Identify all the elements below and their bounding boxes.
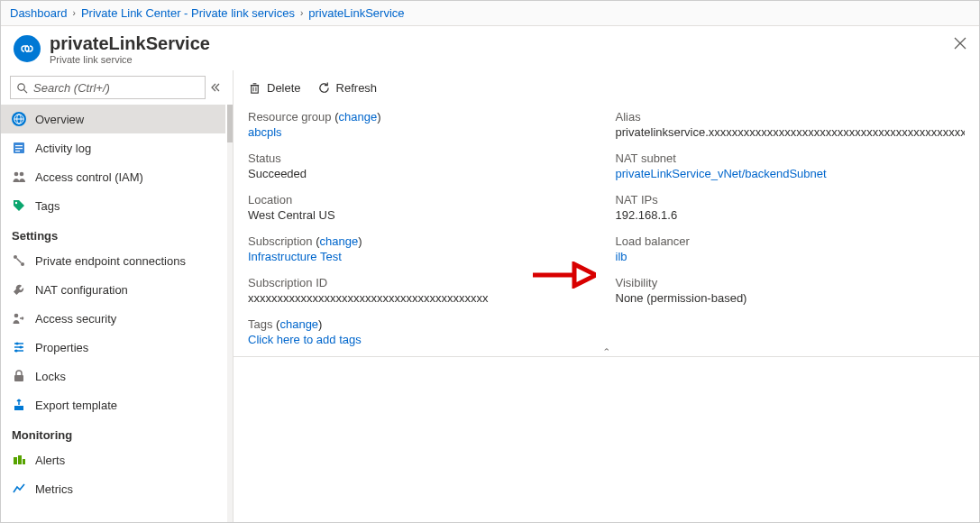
sidebar-item-label: Metrics bbox=[35, 482, 73, 496]
breadcrumb: Dashboard › Private Link Center - Privat… bbox=[1, 1, 979, 26]
privatelink-icon bbox=[14, 35, 41, 62]
sidebar-item-accsec[interactable]: Access security bbox=[1, 304, 225, 333]
section-settings: Settings bbox=[1, 220, 225, 246]
trash-icon bbox=[248, 81, 261, 95]
sidebar-item-label: NAT configuration bbox=[35, 283, 128, 297]
field-status: Status Succeeded bbox=[248, 151, 598, 180]
connections-icon bbox=[12, 253, 26, 268]
tags-label: Tags bbox=[248, 317, 272, 331]
sidebar-item-label: Access control (IAM) bbox=[35, 170, 143, 184]
export-icon bbox=[12, 398, 26, 412]
people-arrow-icon bbox=[12, 311, 26, 326]
sidebar-item-alerts[interactable]: Alerts bbox=[1, 445, 225, 474]
sidebar-item-metrics[interactable]: Metrics bbox=[1, 474, 225, 503]
crumb-service[interactable]: privateLinkService bbox=[308, 6, 404, 20]
sidebar-item-iam[interactable]: Access control (IAM) bbox=[1, 162, 225, 191]
metrics-icon bbox=[12, 482, 26, 496]
wrench-icon bbox=[12, 282, 26, 297]
sidebar: Search (Ctrl+/) OverviewActivity logAcce… bbox=[1, 70, 234, 523]
alias-label: Alias bbox=[616, 110, 966, 124]
command-bar: Delete Refresh bbox=[234, 70, 979, 105]
sidebar-item-label: Activity log bbox=[35, 142, 91, 155]
content-pane: Delete Refresh Resource group (change) a… bbox=[234, 70, 979, 523]
natsub-label: NAT subnet bbox=[616, 151, 966, 165]
rg-value[interactable]: abcpls bbox=[248, 125, 598, 139]
location-label: Location bbox=[248, 193, 598, 206]
refresh-icon bbox=[317, 81, 331, 95]
page-subtitle: Private link service bbox=[50, 54, 954, 65]
blade-header: privateLinkService Private link service bbox=[1, 26, 979, 70]
sidebar-item-tags[interactable]: Tags bbox=[1, 191, 225, 220]
sidebar-item-label: Tags bbox=[35, 199, 60, 213]
sidebar-item-label: Access security bbox=[35, 312, 116, 326]
search-icon bbox=[16, 82, 28, 94]
field-alias: Alias privatelinkservice.xxxxxxxxxxxxxxx… bbox=[616, 110, 966, 139]
globe-icon bbox=[12, 112, 26, 126]
search-input[interactable]: Search (Ctrl+/) bbox=[10, 76, 206, 99]
sidebar-item-label: Locks bbox=[35, 370, 66, 383]
rg-change-link[interactable]: change bbox=[338, 110, 377, 124]
field-location: Location West Central US bbox=[248, 193, 598, 222]
sidebar-item-overview[interactable]: Overview bbox=[1, 105, 225, 133]
natips-label: NAT IPs bbox=[616, 193, 966, 206]
rg-label: Resource group bbox=[248, 110, 332, 124]
collapse-sidebar-icon[interactable] bbox=[211, 81, 224, 94]
sidebar-item-pec[interactable]: Private endpoint connections bbox=[1, 246, 225, 275]
natsub-value[interactable]: privateLinkService_vNet/backendSubnet bbox=[616, 167, 966, 180]
location-value: West Central US bbox=[248, 208, 598, 222]
log-icon bbox=[12, 141, 26, 155]
search-placeholder: Search (Ctrl+/) bbox=[33, 81, 110, 95]
sidebar-scrollbar[interactable] bbox=[227, 105, 233, 523]
essentials-panel: Resource group (change) abcpls Status Su… bbox=[234, 105, 979, 355]
section-monitoring: Monitoring bbox=[1, 419, 225, 445]
tags-change-link[interactable]: change bbox=[279, 317, 318, 331]
field-nat-subnet: NAT subnet privateLinkService_vNet/backe… bbox=[616, 151, 966, 180]
essentials-collapse[interactable]: › bbox=[234, 343, 979, 357]
visibility-label: Visibility bbox=[616, 276, 966, 289]
alert-icon bbox=[12, 453, 26, 467]
sub-label: Subscription bbox=[248, 234, 313, 248]
alias-value: privatelinkservice.xxxxxxxxxxxxxxxxxxxxx… bbox=[616, 125, 966, 139]
sliders-icon bbox=[12, 340, 26, 354]
natips-value: 192.168.1.6 bbox=[616, 208, 966, 222]
svg-marker-37 bbox=[574, 264, 596, 286]
people-icon bbox=[12, 170, 26, 184]
delete-label: Delete bbox=[267, 81, 301, 95]
status-label: Status bbox=[248, 151, 598, 165]
annotation-arrow bbox=[531, 262, 596, 291]
crumb-plc[interactable]: Private Link Center - Private link servi… bbox=[81, 6, 295, 20]
field-resource-group: Resource group (change) abcpls bbox=[248, 110, 598, 139]
sidebar-item-props[interactable]: Properties bbox=[1, 333, 225, 362]
refresh-label: Refresh bbox=[336, 81, 378, 95]
chevron-right-icon: › bbox=[73, 8, 76, 18]
page-title: privateLinkService bbox=[50, 33, 954, 54]
sidebar-item-nat[interactable]: NAT configuration bbox=[1, 275, 225, 304]
close-icon[interactable] bbox=[954, 37, 966, 50]
field-load-balancer: Load balancer ilb bbox=[616, 234, 966, 263]
sidebar-item-locks[interactable]: Locks bbox=[1, 362, 225, 390]
sidebar-item-label: Alerts bbox=[35, 454, 65, 467]
lb-value[interactable]: ilb bbox=[616, 250, 966, 263]
tag-icon bbox=[12, 198, 26, 213]
sidebar-item-label: Private endpoint connections bbox=[35, 254, 186, 268]
sidebar-item-label: Overview bbox=[35, 113, 84, 126]
lb-label: Load balancer bbox=[616, 234, 966, 248]
subid-value: xxxxxxxxxxxxxxxxxxxxxxxxxxxxxxxxxxxxxxxx… bbox=[248, 291, 598, 305]
status-value: Succeeded bbox=[248, 167, 598, 180]
sub-change-link[interactable]: change bbox=[320, 234, 359, 248]
visibility-value: None (permission-based) bbox=[616, 291, 966, 305]
field-subscription: Subscription (change) Infrastructure Tes… bbox=[248, 234, 598, 263]
field-nat-ips: NAT IPs 192.168.1.6 bbox=[616, 193, 966, 222]
sidebar-item-activity[interactable]: Activity log bbox=[1, 133, 225, 162]
sidebar-item-label: Export template bbox=[35, 399, 117, 412]
refresh-button[interactable]: Refresh bbox=[317, 81, 378, 95]
crumb-dashboard[interactable]: Dashboard bbox=[10, 6, 68, 20]
sidebar-item-label: Properties bbox=[35, 341, 88, 354]
delete-button[interactable]: Delete bbox=[248, 81, 301, 95]
field-visibility: Visibility None (permission-based) bbox=[616, 276, 966, 305]
chevron-right-icon: › bbox=[300, 8, 303, 18]
sidebar-item-export[interactable]: Export template bbox=[1, 390, 225, 419]
lock-icon bbox=[12, 369, 26, 383]
chevron-up-icon: › bbox=[601, 348, 611, 351]
